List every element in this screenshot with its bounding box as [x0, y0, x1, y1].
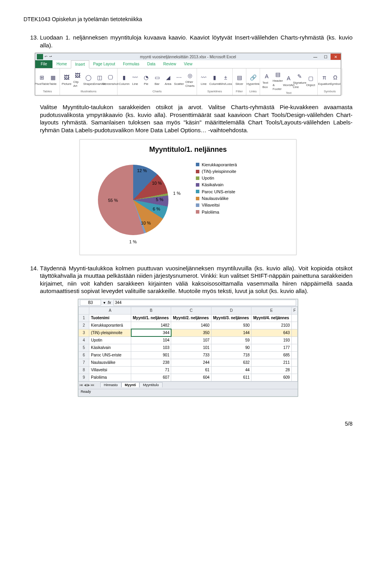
cell[interactable]	[291, 344, 297, 351]
row-header[interactable]: 5	[79, 344, 89, 351]
cell[interactable]: 350	[171, 329, 211, 336]
scatter-button[interactable]: ⋯Scatter	[175, 73, 183, 86]
cell[interactable]: 930	[211, 322, 251, 329]
cell[interactable]: 1482	[131, 322, 171, 329]
symbol-button[interactable]: ΩSymbol	[331, 73, 340, 86]
shapes-button[interactable]: ◯Shapes	[84, 73, 93, 86]
cell[interactable]: Villaveitsi	[89, 366, 131, 374]
bar-button[interactable]: ▭Bar	[153, 73, 161, 86]
cell[interactable]: Käsikalvain	[89, 344, 131, 351]
cell[interactable]	[291, 359, 297, 366]
column-button[interactable]: ▮Column	[120, 73, 128, 86]
row-header[interactable]: 2	[79, 322, 89, 329]
cell[interactable]: Upotin	[89, 336, 131, 344]
cell[interactable]: 193	[251, 336, 292, 344]
cell[interactable]: Paloliima	[89, 374, 131, 381]
cell[interactable]: (TiN)-yleispinnoite	[89, 329, 131, 336]
signature-line-button[interactable]: ✎Signature Line	[295, 72, 304, 89]
cell[interactable]: 90	[211, 344, 251, 351]
ribbon-tab[interactable]: Insert	[71, 60, 89, 68]
ribbon-tab[interactable]: Home	[52, 60, 71, 68]
picture-button[interactable]: 🖼Picture	[62, 73, 71, 86]
cell[interactable]: Paroc UNS-eriste	[89, 351, 131, 359]
column-header[interactable]	[79, 307, 89, 314]
cell[interactable]: 28	[251, 366, 292, 374]
cell[interactable]: 71	[131, 366, 171, 374]
pivottable-button[interactable]: ⊞PivotTable	[38, 73, 46, 86]
cell[interactable]	[291, 314, 297, 322]
column-header[interactable]: B	[131, 307, 171, 314]
row-header[interactable]: 9	[79, 374, 89, 381]
cell[interactable]: 607	[131, 374, 171, 381]
win-loss-button[interactable]: ±Win/Loss	[221, 73, 230, 86]
cell[interactable]: 101	[171, 344, 211, 351]
equation-button[interactable]: πEquation	[320, 73, 329, 86]
cell[interactable]: 144	[211, 329, 251, 336]
row-header[interactable]: 3	[79, 329, 89, 336]
cell[interactable]: 1460	[171, 322, 211, 329]
cell[interactable]: 103	[131, 344, 171, 351]
sheet-tab[interactable]: Hinnasto	[100, 382, 121, 387]
line-button[interactable]: 〰Line	[199, 73, 208, 86]
cell[interactable]: 344	[131, 329, 171, 336]
slicer-button[interactable]: ▤Slicer	[235, 73, 244, 86]
cell[interactable]: 177	[251, 344, 292, 351]
ribbon-tab[interactable]: Formulas	[119, 60, 143, 68]
ribbon-tab[interactable]: Page Layout	[89, 60, 119, 68]
cell[interactable]: 2103	[251, 322, 292, 329]
cell[interactable]: 632	[211, 359, 251, 366]
cell[interactable]: 44	[211, 366, 251, 374]
cell[interactable]: 611	[211, 374, 251, 381]
ribbon-tab[interactable]: Review	[159, 60, 180, 68]
screenshot-button[interactable]: 🖵Screenshot	[106, 73, 115, 86]
clip-art-button[interactable]: 🖼Clip Art	[73, 71, 82, 88]
cell[interactable]: Myynti/3. neljännes	[211, 314, 251, 322]
hyperlink-button[interactable]: 🔗Hyperlink	[249, 73, 257, 86]
other-charts-button[interactable]: ◎Other Charts	[186, 71, 194, 88]
ribbon-tab[interactable]: View	[180, 60, 197, 68]
column-header[interactable]: F	[291, 307, 297, 314]
row-header[interactable]: 8	[79, 366, 89, 374]
cell[interactable]: 244	[171, 359, 211, 366]
cell[interactable]: Naulausvälike	[89, 359, 131, 366]
cell[interactable]: 104	[131, 336, 171, 344]
column-header[interactable]: A	[89, 307, 131, 314]
area-button[interactable]: ◢Area	[164, 73, 172, 86]
row-header[interactable]: 7	[79, 359, 89, 366]
row-header[interactable]: 4	[79, 336, 89, 344]
cell[interactable]: 238	[131, 359, 171, 366]
cell[interactable]	[291, 336, 297, 344]
ribbon-tab[interactable]: Data	[143, 60, 159, 68]
text-box-button[interactable]: AText Box	[262, 72, 271, 89]
cell[interactable]: 211	[251, 359, 292, 366]
column-header[interactable]: C	[171, 307, 211, 314]
cell[interactable]	[291, 374, 297, 381]
cell[interactable]	[291, 351, 297, 359]
cell[interactable]: 643	[251, 329, 292, 336]
cell[interactable]: 107	[171, 336, 211, 344]
cell[interactable]: 61	[171, 366, 211, 374]
cell[interactable]: 733	[171, 351, 211, 359]
cell[interactable]: Myynti/4. neljännes	[251, 314, 292, 322]
cell[interactable]: Myynti/2. neljännes	[171, 314, 211, 322]
header-footer-button[interactable]: ▤Header & Footer	[273, 70, 282, 91]
wordart-button[interactable]: AWordArt	[284, 74, 293, 87]
column-header[interactable]: E	[251, 307, 292, 314]
object-button[interactable]: ▢Object	[306, 74, 315, 87]
column-button[interactable]: ▮Column	[210, 73, 219, 86]
row-header[interactable]: 1	[79, 314, 89, 322]
cell[interactable]: 685	[251, 351, 292, 359]
cell[interactable]: Kierukkaporanterä	[89, 322, 131, 329]
cell[interactable]: Myynti/1. neljännes	[131, 314, 171, 322]
pie-button[interactable]: ◔Pie	[142, 73, 150, 86]
cell[interactable]: 609	[251, 374, 292, 381]
ribbon-tab[interactable]: File	[35, 60, 52, 68]
column-header[interactable]: D	[211, 307, 251, 314]
cell[interactable]: 718	[211, 351, 251, 359]
table-button[interactable]: ▦Table	[49, 73, 57, 86]
sheet-tab[interactable]: Myyntitulo	[139, 382, 163, 387]
cell[interactable]: 901	[131, 351, 171, 359]
row-header[interactable]: 6	[79, 351, 89, 359]
cell[interactable]: 604	[171, 374, 211, 381]
cell[interactable]: 59	[211, 336, 251, 344]
